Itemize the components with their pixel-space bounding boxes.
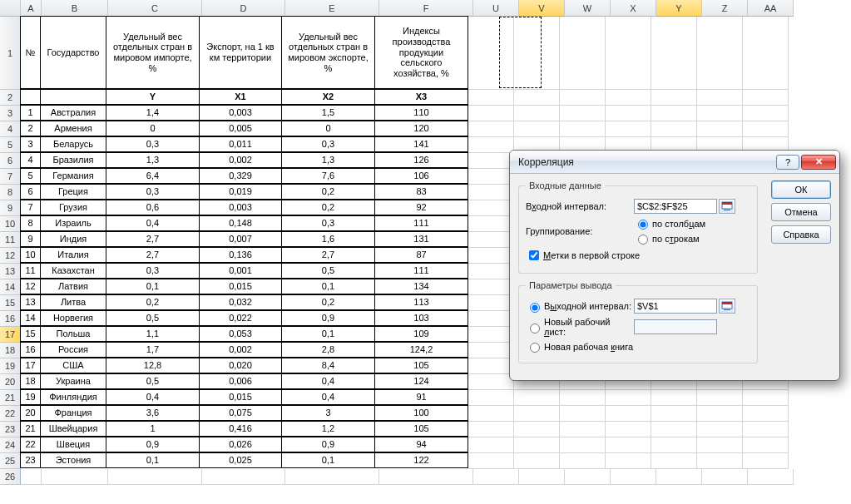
cell-D3[interactable]: 0,003 [199,105,282,121]
cell-AA22[interactable] [743,406,789,422]
cell-E6[interactable]: 1,3 [281,152,375,168]
cell-F3[interactable]: 110 [374,105,468,121]
cell-V4[interactable] [514,121,560,137]
cell-U19[interactable] [468,358,514,374]
cell-E14[interactable]: 0,1 [281,279,375,294]
cell-C9[interactable]: 0,6 [106,200,200,215]
cell-B26[interactable] [42,469,108,485]
cell-V22[interactable] [514,406,560,422]
cell-Z3[interactable] [697,106,743,121]
column-header-E[interactable]: E [285,0,379,17]
cell-V2[interactable] [514,90,560,106]
column-header-Y[interactable]: Y [656,0,702,17]
cell-A16[interactable]: 14 [20,310,41,326]
row-header-22[interactable]: 22 [0,406,21,422]
cell-A14[interactable]: 12 [20,279,41,294]
dialog-help-button[interactable]: ? [776,155,799,170]
cell-X1[interactable] [606,17,651,90]
cell-Y1[interactable] [651,17,697,90]
input-range-field[interactable] [634,199,717,214]
cell-B24[interactable]: Швеция [40,437,106,452]
cell-F17[interactable]: 109 [374,326,468,342]
cell-A21[interactable]: 19 [20,389,41,405]
cell-C11[interactable]: 2,7 [106,231,200,247]
cell-F7[interactable]: 106 [374,168,468,184]
cell-Y25[interactable] [651,453,697,469]
cell-F4[interactable]: 120 [374,121,468,136]
cell-E4[interactable]: 0 [281,121,375,136]
cell-D12[interactable]: 0,136 [199,247,282,263]
cell-C12[interactable]: 2,7 [106,247,200,263]
cell-E17[interactable]: 0,1 [281,326,375,342]
cell-F11[interactable]: 131 [374,231,468,247]
var-cell-E[interactable]: X2 [281,89,375,105]
cell-X4[interactable] [606,121,651,137]
cell-U10[interactable] [468,216,514,232]
cell-C22[interactable]: 3,6 [106,405,200,421]
cell-W3[interactable] [560,106,606,121]
cell-U21[interactable] [468,390,514,406]
cell-E21[interactable]: 0,4 [281,389,375,405]
cell-E12[interactable]: 2,7 [281,247,375,263]
cell-F14[interactable]: 134 [374,279,468,294]
row-header-21[interactable]: 21 [0,390,21,406]
cell-E5[interactable]: 0,3 [281,136,375,152]
cell-E10[interactable]: 0,3 [281,215,375,231]
column-header-Z[interactable]: Z [702,0,748,17]
row-header-3[interactable]: 3 [0,106,21,121]
cell-F5[interactable]: 141 [374,136,468,152]
cell-Z26[interactable] [702,469,748,485]
cell-U13[interactable] [468,264,514,279]
cell-W21[interactable] [560,390,606,406]
column-header-W[interactable]: W [565,0,611,17]
cell-AA24[interactable] [743,437,789,453]
cell-X2[interactable] [606,90,651,106]
cell-A19[interactable]: 17 [20,358,41,373]
cell-F25[interactable]: 122 [374,452,468,468]
cell-D6[interactable]: 0,002 [199,152,282,168]
row-header-19[interactable]: 19 [0,358,21,374]
cell-E13[interactable]: 0,5 [281,263,375,279]
cell-V3[interactable] [514,106,560,121]
row-header-4[interactable]: 4 [0,121,21,137]
cell-E24[interactable]: 0,9 [281,437,375,452]
column-header-F[interactable]: F [379,0,473,17]
cell-C5[interactable]: 0,3 [106,136,200,152]
cell-E9[interactable]: 0,2 [281,200,375,215]
cell-E20[interactable]: 0,4 [281,373,375,389]
cell-Z21[interactable] [697,390,743,406]
cell-C25[interactable]: 0,1 [106,452,200,468]
cell-E8[interactable]: 0,2 [281,184,375,200]
row-header-10[interactable]: 10 [0,216,21,232]
cell-A11[interactable]: 9 [20,231,41,247]
cell-C17[interactable]: 1,1 [106,326,200,342]
var-cell-C[interactable]: Y [106,89,200,105]
cell-U1[interactable] [468,17,514,90]
var-cell-D[interactable]: X1 [199,89,282,105]
cell-X24[interactable] [606,437,651,453]
cell-Z4[interactable] [697,121,743,137]
cell-B13[interactable]: Казахстан [40,263,106,279]
header-cell-C[interactable]: Удельный вес отдельных стран в мировом и… [106,16,200,89]
cell-W4[interactable] [560,121,606,137]
cell-V25[interactable] [514,453,560,469]
cell-E25[interactable]: 0,1 [281,452,375,468]
cell-B22[interactable]: Франция [40,405,106,421]
cell-X23[interactable] [606,422,651,437]
cell-C14[interactable]: 0,1 [106,279,200,294]
cell-C15[interactable]: 0,2 [106,294,200,310]
column-header-B[interactable]: B [42,0,108,17]
column-header-A[interactable]: A [21,0,42,17]
new-workbook-radio[interactable]: Новая рабочая книга [526,340,633,353]
by-rows-radio[interactable]: по строкам [634,232,705,245]
cell-C23[interactable]: 1 [106,421,200,437]
cell-U11[interactable] [468,232,514,248]
cell-A7[interactable]: 5 [20,168,41,184]
cell-D15[interactable]: 0,032 [199,294,282,310]
cell-F8[interactable]: 83 [374,184,468,200]
cell-F22[interactable]: 100 [374,405,468,421]
cell-Y24[interactable] [651,437,697,453]
cell-F9[interactable]: 92 [374,200,468,215]
cell-V21[interactable] [514,390,560,406]
cell-F26[interactable] [379,469,473,485]
